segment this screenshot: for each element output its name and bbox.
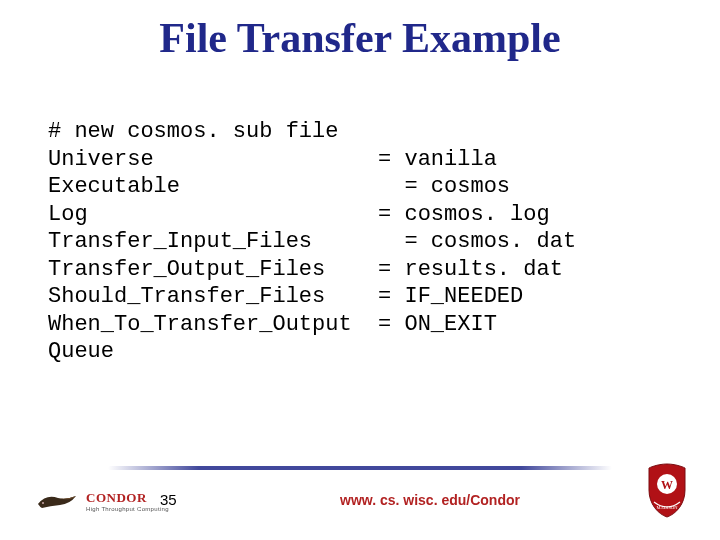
code-line: Transfer_Input_Files = cosmos. dat bbox=[48, 229, 576, 254]
svg-text:W: W bbox=[661, 478, 673, 492]
code-line: Log = cosmos. log bbox=[48, 202, 550, 227]
svg-point-0 bbox=[42, 502, 44, 504]
code-line: When_To_Transfer_Output = ON_EXIT bbox=[48, 312, 497, 337]
code-line: Executable = cosmos bbox=[48, 174, 510, 199]
code-line: Should_Transfer_Files = IF_NEEDED bbox=[48, 284, 523, 309]
eagle-icon bbox=[36, 490, 80, 512]
brand-text: CONDOR bbox=[86, 490, 169, 506]
code-line: # new cosmos. sub file bbox=[48, 119, 338, 144]
code-line: Universe = vanilla bbox=[48, 147, 497, 172]
code-line: Queue bbox=[48, 339, 114, 364]
code-block: # new cosmos. sub file Universe = vanill… bbox=[48, 118, 720, 366]
slide-footer: CONDOR High Throughput Computing 35 www.… bbox=[0, 466, 720, 522]
footer-url: www. cs. wisc. edu/Condor bbox=[340, 492, 520, 508]
wisconsin-crest-icon: W MADISON bbox=[644, 462, 690, 518]
divider bbox=[108, 466, 612, 470]
slide-title: File Transfer Example bbox=[0, 14, 720, 62]
page-number: 35 bbox=[160, 491, 177, 508]
condor-logo: CONDOR High Throughput Computing bbox=[36, 490, 169, 512]
brand-subtext: High Throughput Computing bbox=[86, 506, 169, 512]
code-line: Transfer_Output_Files = results. dat bbox=[48, 257, 563, 282]
svg-text:MADISON: MADISON bbox=[656, 505, 678, 510]
